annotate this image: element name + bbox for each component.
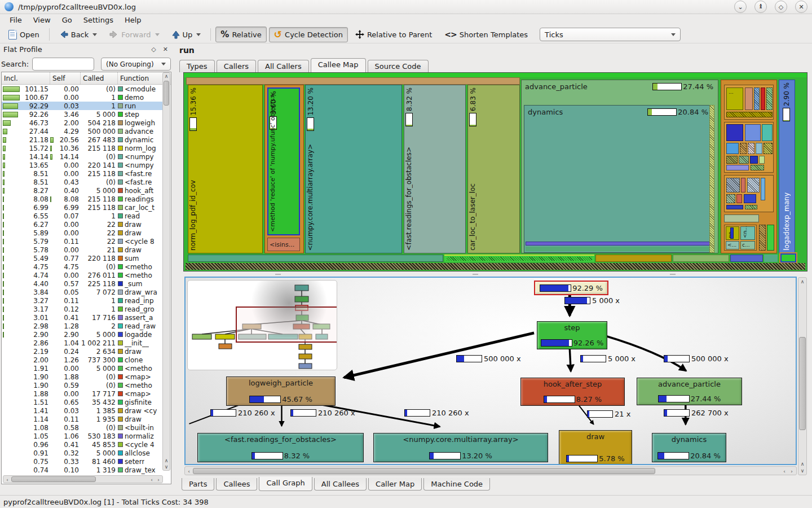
- tab-callees[interactable]: Callees: [216, 478, 257, 491]
- table-row[interactable]: 1.08 0.58 (0) <built-in: [2, 423, 163, 432]
- tab-callers[interactable]: Callers: [217, 60, 256, 72]
- tab-caller-map[interactable]: Caller Map: [368, 478, 422, 491]
- relative-toggle[interactable]: % Relative: [215, 27, 266, 42]
- table-row[interactable]: 1.90 1.88 (0) <map>: [2, 373, 163, 381]
- forward-button[interactable]: Forward: [104, 28, 164, 42]
- graph-node-fast-readings[interactable]: <fast.readings_for_obstacles> 8.32 %: [197, 433, 364, 462]
- table-row[interactable]: 3.27 0.11 1 read_inp: [2, 296, 163, 305]
- table-row[interactable]: 5.89 0.00 22 draw: [2, 229, 163, 237]
- table-row[interactable]: 2.90 2.90 5 000 logadde: [2, 330, 163, 339]
- column-called[interactable]: Called: [81, 72, 118, 84]
- table-row[interactable]: 92.26 3.46 5 000 step: [2, 110, 163, 119]
- treemap-car-loc-block[interactable]: 6.83 % car_loc_to_laser_loc: [467, 85, 520, 253]
- table-row[interactable]: 6.27 0.00 22 draw: [2, 220, 163, 229]
- treemap-fast-readings-block[interactable]: 8.32 % <fast.readings_for_obstacles>: [404, 85, 466, 253]
- event-type-combobox[interactable]: Ticks: [540, 28, 681, 41]
- close-icon[interactable]: ✕: [795, 1, 807, 13]
- graph-node-run[interactable]: 92.29 %: [534, 281, 608, 295]
- table-row[interactable]: 1.88 0.00 17 717 <map>: [2, 389, 163, 398]
- treemap-dynamics-block[interactable]: dynamics 20.84 %: [524, 105, 713, 253]
- table-row[interactable]: 1.90 0.59 (0) <metho: [2, 381, 163, 389]
- menu-file[interactable]: File: [5, 15, 27, 25]
- graph-node-numpy-array[interactable]: <numpy.core.multiarray.array> 13.20 %: [373, 433, 548, 462]
- scroll-up-icon[interactable]: ∧: [163, 73, 170, 79]
- table-row[interactable]: 0.75 0.33 81 460 seterr: [2, 457, 163, 466]
- graph-node-dynamics[interactable]: dynamics 20.84 %: [652, 433, 726, 462]
- table-row[interactable]: 6.99 6.99 215 118 car_loc_t: [2, 203, 163, 212]
- table-row[interactable]: 4.75 4.75 (0) <metho: [2, 262, 163, 271]
- up-dropdown-icon[interactable]: [196, 33, 201, 36]
- tab-parts[interactable]: Parts: [182, 478, 214, 491]
- table-row[interactable]: 8.08 8.08 215 118 readings: [2, 195, 163, 203]
- graph-vertical-scrollbar[interactable]: ∧ ∧ ∨: [798, 277, 807, 475]
- scroll-up2-icon[interactable]: ∧: [163, 458, 170, 463]
- table-row[interactable]: 1.41 0.03 1 385 draw <cy: [2, 406, 163, 415]
- scroll-down-icon[interactable]: ∨: [798, 468, 806, 474]
- treemap-numpy-array-block[interactable]: 13.20 % <numpy.core.multiarray.array>: [305, 85, 402, 253]
- back-dropdown-icon[interactable]: [92, 33, 97, 36]
- table-row[interactable]: 1.14 0.11 1 935 draw: [2, 415, 163, 423]
- forward-dropdown-icon[interactable]: [155, 33, 160, 36]
- up-button[interactable]: Up: [167, 28, 206, 42]
- grouping-combobox[interactable]: (No Grouping): [101, 58, 171, 71]
- graph-node-hook-after-step[interactable]: hook_after_step 8.27 %: [520, 378, 625, 406]
- tab-callee-map[interactable]: Callee Map: [311, 58, 366, 72]
- column-incl[interactable]: Incl.: [2, 72, 50, 84]
- open-button[interactable]: Open: [3, 27, 45, 42]
- scroll-left-icon[interactable]: ‹: [186, 468, 192, 474]
- float-dock-icon[interactable]: ◇: [148, 46, 159, 53]
- title-bar[interactable]: /tmp/pyprof2calltreeuBVD0x.log ⌄ ∧∧ ◇ ✕: [0, 0, 812, 14]
- table-row[interactable]: 92.29 0.03 1 run: [2, 102, 163, 110]
- graph-overview-minimap[interactable]: [187, 280, 337, 370]
- tab-machine-code[interactable]: Machine Code: [423, 478, 490, 491]
- table-row[interactable]: 1.51 0.65 35 432 gisfinite: [2, 398, 163, 406]
- table-row[interactable]: 8.27 0.40 5 000 hook_aft: [2, 186, 163, 195]
- table-row[interactable]: 4.74 0.00 276 011 <metho: [2, 271, 163, 279]
- table-row[interactable]: 27.44 4.29 500 000 advance: [2, 127, 163, 135]
- graph-node-logweigh-particle[interactable]: logweigh_particle 45.67 %: [226, 376, 336, 406]
- restore-icon[interactable]: ◇: [775, 1, 787, 13]
- table-row[interactable]: 0.74 0.10 1 319 draw_tex: [2, 466, 163, 474]
- table-row[interactable]: 0.91 0.32 5 000 allclose: [2, 449, 163, 457]
- close-dock-icon[interactable]: ✕: [160, 46, 171, 53]
- treemap-advance-block[interactable]: advance_particle 27.44 % dynamics 20.84 …: [521, 80, 718, 253]
- treemap-norm-log-block[interactable]: 15.36 % norm_log_pdf_id_cov: [188, 85, 263, 253]
- table-row[interactable]: 6.55 0.07 1 read: [2, 212, 163, 220]
- call-graph[interactable]: 92.29 % step 92.26 % logweigh_particle 4…: [184, 277, 797, 465]
- cycle-detection-toggle[interactable]: ↺ Cycle Detection: [269, 27, 348, 42]
- tab-all-callers[interactable]: All Callers: [258, 60, 309, 72]
- table-row[interactable]: 100.67 0.00 1 demo: [2, 93, 163, 102]
- shorten-templates-toggle[interactable]: <> Shorten Templates: [439, 27, 533, 42]
- graph-node-advance-particle[interactable]: advance_particle 27.44 %: [637, 378, 742, 405]
- table-row[interactable]: 1.05 1.06 530 183 normaliz: [2, 432, 163, 440]
- table-row[interactable]: 2.00 1.26 737 300 clone: [2, 356, 163, 364]
- menu-settings[interactable]: Settings: [78, 15, 118, 25]
- scroll-right-icon[interactable]: ›: [789, 468, 795, 474]
- relative-to-parent-toggle[interactable]: Relative to Parent: [350, 27, 437, 42]
- table-row[interactable]: 15.72 10.36 215 118 norm_log: [2, 144, 163, 152]
- treemap-reduce-block[interactable]: 3.60 % <method 'reduce' of 'numpy.ufunc'…: [267, 87, 300, 235]
- tab-types[interactable]: Types: [179, 60, 215, 72]
- search-input[interactable]: [32, 58, 94, 71]
- table-row[interactable]: 3.01 0.41 17 716 assert_a: [2, 313, 163, 322]
- table-row[interactable]: 21.18 20.56 267 483 dynamic: [2, 135, 163, 144]
- scroll-left2-icon[interactable]: ‹: [782, 468, 787, 474]
- table-row[interactable]: 8.51 0.43 (0) <fast.re: [2, 178, 163, 186]
- tab-all-callees[interactable]: All Callees: [314, 478, 367, 491]
- table-row[interactable]: 8.51 0.00 215 118 <fast.re: [2, 169, 163, 178]
- treemap-isins-block[interactable]: <isins...: [267, 238, 300, 251]
- table-row[interactable]: 0.96 0.41 45 853 <cycle 4: [2, 440, 163, 449]
- treemap-logaddexp-block[interactable]: 2.90 % logaddexp_many: [779, 80, 795, 253]
- scroll-left2-icon[interactable]: ‹: [149, 477, 155, 483]
- tab-call-graph[interactable]: Call Graph: [259, 477, 312, 491]
- table-vertical-scrollbar[interactable]: ∧ ∧ ∨: [162, 72, 170, 471]
- graph-node-step[interactable]: step 92.26 %: [537, 321, 607, 349]
- scroll-down-icon[interactable]: ∨: [163, 464, 170, 470]
- table-row[interactable]: 3.17 0.12 1 read_gro: [2, 305, 163, 313]
- graph-node-draw[interactable]: draw 5.78 %: [559, 430, 632, 465]
- panel-splitter[interactable]: [179, 272, 812, 276]
- scroll-up2-icon[interactable]: ∧: [798, 461, 806, 467]
- table-horizontal-scrollbar[interactable]: ‹ ‹ ›: [3, 475, 163, 483]
- table-row[interactable]: 2.19 0.24 2 634 draw: [2, 347, 163, 356]
- table-row[interactable]: 1.91 0.00 5 000 <metho: [2, 364, 163, 373]
